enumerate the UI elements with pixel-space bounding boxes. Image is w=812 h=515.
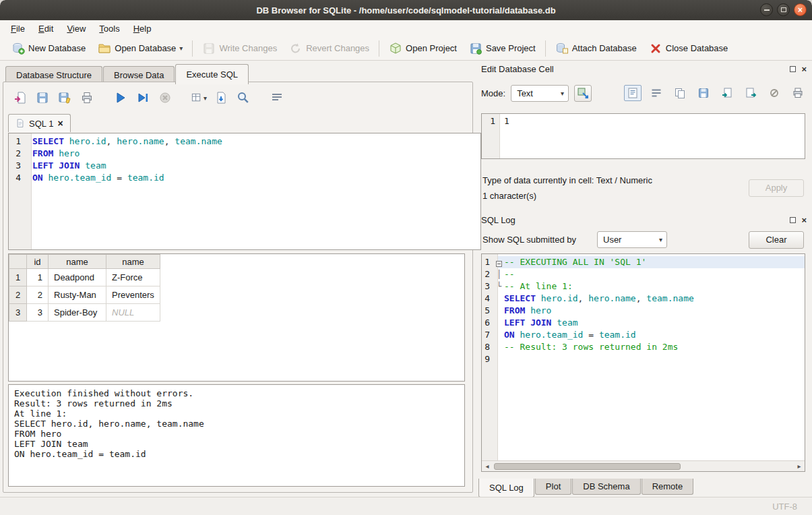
dock-tab-remote[interactable]: Remote [642, 479, 694, 495]
result-cell[interactable]: 3 [27, 304, 49, 322]
auto-switch-mode-button[interactable] [574, 85, 592, 102]
minimize-icon [764, 9, 770, 11]
menu-file[interactable]: File [4, 22, 32, 36]
menu-view[interactable]: View [60, 22, 92, 36]
dock-tab-plot[interactable]: Plot [535, 479, 571, 495]
horizontal-scrollbar[interactable]: ◂ ▸ [482, 460, 805, 471]
minimize-button[interactable] [760, 3, 773, 16]
save-results-button[interactable] [213, 90, 229, 106]
execute-all-button[interactable] [113, 90, 129, 106]
cell-value[interactable]: 1 [500, 114, 509, 158]
export-cell-data-button[interactable] [742, 85, 759, 101]
save-cell-button[interactable] [695, 85, 712, 101]
result-cell[interactable]: NULL [106, 304, 160, 322]
sql-log-title: SQL Log [481, 215, 790, 225]
row-header[interactable]: 3 [9, 304, 27, 322]
result-cell[interactable]: 1 [27, 269, 49, 286]
cell-line-number: 1 [482, 114, 500, 158]
set-null-button[interactable] [766, 85, 783, 101]
text-mode-button[interactable] [624, 85, 642, 101]
mode-combobox[interactable]: Text ▾ [511, 85, 569, 102]
export-results-button[interactable]: ▾ [191, 90, 207, 106]
close-dock-icon[interactable]: × [801, 65, 807, 73]
log-filter-combobox[interactable]: User ▾ [597, 231, 667, 248]
set-null-icon [768, 87, 780, 99]
results-grid[interactable]: id name name 11DeadpondZ-Force22Rusty-Ma… [8, 253, 465, 382]
close-button[interactable]: × [794, 3, 807, 16]
mode-label: Mode: [481, 88, 505, 98]
menu-tools[interactable]: Tools [92, 22, 126, 36]
save-project-button[interactable]: Save Project [463, 38, 542, 59]
save-project-label: Save Project [486, 43, 536, 53]
scrollbar-handle[interactable] [494, 463, 681, 470]
fold-marker: │ [494, 268, 504, 280]
titlebar[interactable]: DB Browser for SQLite - /home/user/code/… [0, 0, 812, 20]
corner-header[interactable] [9, 255, 27, 269]
clear-log-button[interactable]: Clear [749, 231, 804, 249]
new-database-button[interactable]: New Database [5, 38, 92, 59]
save-icon [697, 87, 710, 99]
maximize-button[interactable] [777, 3, 790, 16]
print-cell-button[interactable] [789, 85, 807, 101]
column-header-name1[interactable]: name [49, 255, 106, 269]
menu-help[interactable]: Help [127, 22, 158, 36]
code-text: LEFT JOIN team [504, 317, 578, 329]
write-changes-icon [202, 42, 216, 55]
row-header[interactable]: 2 [9, 286, 27, 304]
close-sql-tab-icon[interactable]: × [57, 118, 63, 129]
result-cell[interactable]: Deadpond [49, 269, 106, 286]
scrollbar-track[interactable] [493, 462, 794, 471]
code-text: -- At line 1: [504, 280, 573, 293]
scroll-left-icon[interactable]: ◂ [482, 462, 493, 470]
scroll-right-icon[interactable]: ▸ [794, 462, 805, 470]
open-project-button[interactable]: Open Project [383, 38, 463, 59]
fold-toggle-icon[interactable] [494, 256, 504, 268]
column-header-id[interactable]: id [27, 255, 49, 269]
result-cell[interactable]: Rusty-Man [49, 286, 106, 304]
word-wrap-button[interactable] [648, 85, 665, 101]
open-sql-file-button[interactable] [12, 90, 28, 106]
attach-database-button[interactable]: Attach Database [549, 38, 643, 59]
execution-message-panel: Execution finished without errors. Resul… [8, 384, 465, 487]
print-button[interactable] [79, 90, 95, 106]
find-replace-button[interactable] [235, 90, 251, 106]
result-cell[interactable]: Preventers [106, 286, 160, 304]
float-dock-icon[interactable] [790, 66, 796, 72]
dock-tab-sql-log[interactable]: SQL Log [478, 479, 534, 497]
code-text: LEFT JOIN team [26, 160, 106, 172]
import-cell-data-button[interactable] [718, 85, 736, 101]
export-dropdown-icon[interactable]: ▾ [204, 94, 207, 102]
revert-changes-icon [289, 42, 303, 55]
encoding-indicator[interactable]: UTF-8 [772, 502, 797, 512]
dock-tab-db-schema[interactable]: DB Schema [572, 479, 640, 495]
line-number: 2 [482, 268, 494, 280]
close-dock-icon[interactable]: × [801, 216, 807, 224]
open-database-dropdown-icon[interactable]: ▾ [179, 44, 183, 52]
save-sql-file-button[interactable] [34, 90, 51, 106]
copy-cell-button[interactable] [671, 85, 689, 101]
menu-edit[interactable]: Edit [32, 22, 60, 36]
close-icon: × [798, 6, 803, 14]
sql-1-tab[interactable]: SQL 1 × [8, 114, 71, 132]
results-header-row: id name name [9, 255, 160, 269]
code-line: 2FROM hero [9, 148, 480, 160]
close-database-button[interactable]: Close Database [643, 38, 735, 59]
result-cell[interactable]: 2 [27, 286, 49, 304]
sql-log-view[interactable]: 1-- EXECUTING ALL IN 'SQL 1'2│--3└-- At … [481, 253, 805, 472]
row-header[interactable]: 1 [9, 269, 27, 286]
app-window: DB Browser for SQLite - /home/user/code/… [0, 0, 812, 515]
cell-value-editor[interactable]: 1 1 [481, 113, 805, 159]
print-icon [792, 87, 804, 99]
execute-current-line-button[interactable] [135, 90, 151, 106]
column-header-name2[interactable]: name [106, 255, 160, 269]
menubar: File Edit View Tools Help [0, 20, 812, 36]
save-sql-file-as-button[interactable] [57, 90, 73, 106]
tab-execute-sql[interactable]: Execute SQL [175, 64, 249, 84]
sql-editor[interactable]: 1SELECT hero.id, hero.name, team.name2FR… [8, 133, 481, 250]
statusbar: UTF-8 [0, 497, 812, 515]
word-wrap-button[interactable] [269, 90, 285, 106]
open-database-button[interactable]: Open Database ▾ [92, 38, 189, 59]
result-cell[interactable]: Spider-Boy [49, 304, 106, 322]
float-dock-icon[interactable] [790, 217, 796, 223]
result-cell[interactable]: Z-Force [106, 269, 160, 286]
